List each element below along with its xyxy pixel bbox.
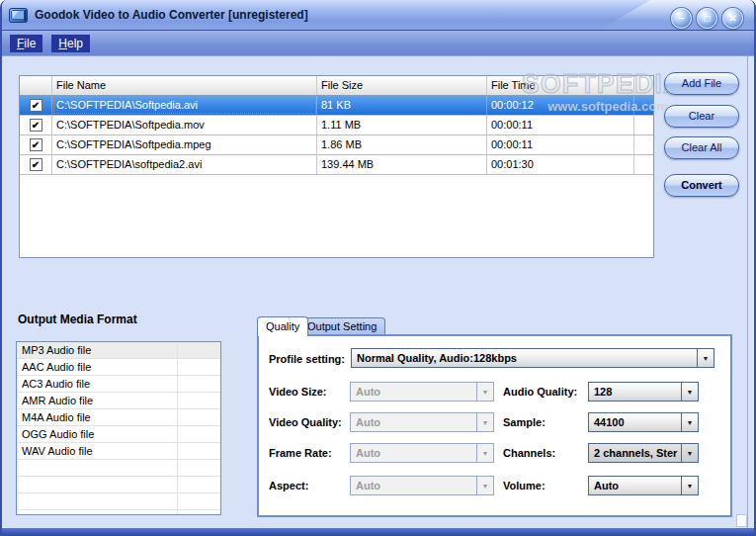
filler-cell: [634, 135, 653, 154]
format-list-empty-row: [17, 493, 220, 510]
format-list-item[interactable]: AAC Audio file: [17, 359, 220, 376]
filler-cell: [634, 96, 653, 115]
maximize-icon: □: [704, 14, 710, 24]
checkbox-cell: ✔: [20, 135, 52, 154]
format-list-item[interactable]: WAV Audio file: [17, 443, 220, 460]
row-checkbox[interactable]: ✔: [30, 119, 42, 132]
titlebar: Goodok Video to Audio Converter [unregis…: [2, 0, 754, 31]
menu-item-help[interactable]: Help: [51, 35, 90, 52]
maximize-button[interactable]: □: [697, 8, 717, 29]
checkbox-cell: ✔: [20, 116, 52, 134]
file-size-cell: 139.44 MB: [317, 155, 487, 174]
file-time-cell: 00:00:11: [487, 116, 634, 134]
column-header-file-size[interactable]: File Size: [317, 76, 487, 95]
table-row[interactable]: ✔ C:\SOFTPEDIA\Softpedia.mpeg 1.86 MB 00…: [20, 135, 653, 155]
clear-all-button[interactable]: Clear All: [664, 136, 739, 159]
chevron-down-icon[interactable]: ▼: [476, 477, 493, 494]
format-list-item[interactable]: AC3 Audio file: [17, 376, 220, 393]
frame-rate-label: Frame Rate:: [269, 447, 332, 459]
sample-label: Sample:: [503, 416, 546, 428]
app-window: Goodok Video to Audio Converter [unregis…: [0, 0, 756, 536]
file-name-cell: C:\SOFTPEDIA\Softpedia.avi: [52, 96, 317, 115]
format-list-item[interactable]: MP3 Audio file: [17, 342, 220, 359]
minimize-icon: –: [679, 14, 685, 24]
file-time-cell: 00:00:12: [487, 96, 634, 115]
output-format-list: MP3 Audio file AAC Audio file AC3 Audio …: [16, 341, 221, 515]
file-name-cell: C:\SOFTPEDIA\Softpedia.mov: [52, 116, 317, 134]
frame-rate-combobox[interactable]: Auto ▼: [350, 443, 494, 463]
add-file-button[interactable]: Add File: [664, 72, 739, 95]
format-list-empty-row: [17, 460, 220, 477]
chevron-down-icon[interactable]: ▼: [697, 349, 714, 367]
resize-grip[interactable]: [736, 514, 747, 527]
table-row[interactable]: ✔ C:\SOFTPEDIA\Softpedia.avi 81 KB 00:00…: [20, 96, 653, 116]
profile-setting-label: Profile setting:: [269, 353, 345, 365]
file-time-cell: 00:00:11: [487, 135, 634, 154]
convert-button[interactable]: Convert: [664, 174, 739, 197]
column-header-file-time[interactable]: File Time: [487, 76, 634, 95]
video-quality-label: Video Quality:: [269, 416, 342, 428]
chevron-down-icon[interactable]: ▼: [681, 444, 698, 462]
chevron-down-icon[interactable]: ▼: [681, 383, 698, 401]
table-row[interactable]: ✔ C:\SOFTPEDIA\softpedia2.avi 139.44 MB …: [20, 155, 653, 175]
video-quality-combobox[interactable]: Auto ▼: [350, 412, 494, 432]
volume-label: Volume:: [503, 480, 546, 491]
format-list-item[interactable]: M4A Audio file: [17, 409, 220, 426]
checkbox-cell: ✔: [20, 155, 52, 174]
channels-combobox[interactable]: 2 channels, Ster ▼: [588, 443, 699, 463]
output-media-format-label: Output Media Format: [18, 313, 137, 326]
menubar: File Help: [2, 31, 754, 56]
minimize-button[interactable]: –: [671, 8, 692, 29]
row-checkbox[interactable]: ✔: [30, 158, 42, 171]
format-list-item[interactable]: OGG Audio file: [17, 426, 220, 443]
chevron-down-icon[interactable]: ▼: [476, 413, 493, 431]
check-icon: ✔: [32, 160, 40, 170]
file-size-cell: 1.11 MB: [317, 116, 487, 134]
check-icon: ✔: [32, 140, 40, 150]
file-name-cell: C:\SOFTPEDIA\Softpedia.mpeg: [52, 135, 317, 154]
video-size-label: Video Size:: [269, 386, 326, 398]
check-icon: ✔: [32, 121, 40, 131]
aspect-combobox[interactable]: Auto ▼: [350, 476, 494, 495]
profile-setting-combobox[interactable]: Normal Quality, Audio:128kbps ▼: [351, 348, 714, 368]
audio-quality-label: Audio Quality:: [503, 386, 577, 398]
chevron-down-icon[interactable]: ▼: [476, 383, 493, 401]
column-header-file-name[interactable]: File Name: [52, 76, 317, 95]
close-icon: ✕: [728, 14, 736, 24]
audio-quality-combobox[interactable]: 128 ▼: [588, 382, 699, 402]
volume-combobox[interactable]: Auto ▼: [588, 476, 699, 495]
row-checkbox[interactable]: ✔: [30, 138, 42, 151]
row-checkbox[interactable]: ✔: [30, 99, 42, 112]
channels-label: Channels:: [503, 447, 555, 459]
format-list-column-divider: [177, 342, 178, 514]
tab-quality[interactable]: Quality: [257, 316, 308, 336]
column-header-filler: [634, 76, 653, 95]
window-controls: – □ ✕: [671, 8, 743, 29]
chevron-down-icon[interactable]: ▼: [476, 444, 493, 462]
aspect-label: Aspect:: [269, 480, 308, 491]
table-row[interactable]: ✔ C:\SOFTPEDIA\Softpedia.mov 1.11 MB 00:…: [20, 116, 653, 135]
file-table-header: File Name File Size File Time: [20, 76, 653, 96]
window-title: Goodok Video to Audio Converter [unregis…: [35, 8, 308, 22]
clear-button[interactable]: Clear: [664, 105, 739, 128]
file-size-cell: 81 KB: [317, 96, 487, 115]
check-icon: ✔: [32, 101, 40, 111]
app-icon: [9, 7, 29, 24]
menu-item-file[interactable]: File: [10, 35, 42, 52]
chevron-down-icon[interactable]: ▼: [681, 477, 698, 494]
file-size-cell: 1.86 MB: [317, 135, 487, 154]
window-bottom-edge: [2, 528, 754, 536]
quality-panel: Profile setting: Normal Quality, Audio:1…: [257, 334, 732, 517]
sample-combobox[interactable]: 44100 ▼: [588, 412, 699, 432]
video-size-combobox[interactable]: Auto ▼: [350, 382, 494, 402]
file-time-cell: 00:01:30: [487, 155, 634, 174]
checkbox-cell: ✔: [20, 96, 52, 115]
tab-output-setting[interactable]: Output Setting: [298, 317, 385, 335]
format-list-item[interactable]: AMR Audio file: [17, 393, 220, 409]
file-table: File Name File Size File Time ✔ C:\SOFTP…: [19, 75, 654, 258]
chevron-down-icon[interactable]: ▼: [681, 413, 698, 431]
column-header-checkbox[interactable]: [20, 76, 52, 95]
format-list-empty-row: [17, 477, 220, 493]
filler-cell: [634, 116, 653, 134]
close-button[interactable]: ✕: [722, 8, 743, 29]
